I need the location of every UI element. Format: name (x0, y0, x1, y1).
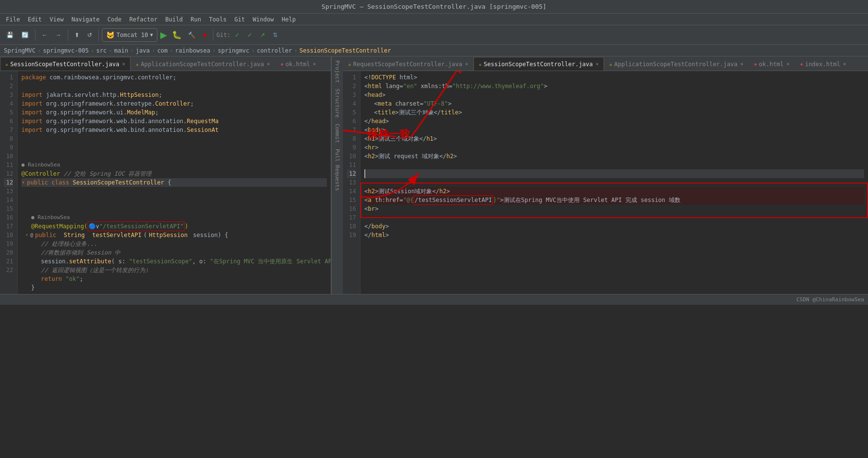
breadcrumb-module[interactable]: springmvc-005 (43, 47, 89, 54)
rcode-line-7: <body> (364, 126, 864, 134)
tab-ok-html[interactable]: ◈ ok.html × (275, 57, 321, 71)
git-check2[interactable]: ✓ (244, 28, 256, 42)
rcode-line-19: </html> (364, 231, 864, 239)
right-tab-session-scope[interactable]: ☕ SessionScopeTestController.java × (473, 57, 604, 71)
build-button[interactable]: 🔨 (185, 28, 199, 42)
git-check[interactable]: ✓ (231, 28, 243, 42)
menu-file[interactable]: File (2, 14, 24, 25)
code-line-5: import org.springframework.ui.ModelMap; (21, 108, 327, 117)
menu-refactor[interactable]: Refactor (125, 14, 161, 25)
java-icon-2: ☕ (136, 61, 139, 67)
forward-button[interactable]: → (52, 28, 65, 42)
title-bar: SpringMVC – SessionScopeTestController.j… (0, 0, 868, 14)
breadcrumb-springmvc[interactable]: SpringMVC (4, 47, 36, 54)
run-config-selector[interactable]: 🐱 Tomcat 10 ▼ (102, 28, 157, 42)
left-code-content: package com.rainbowsea.springmvc.control… (18, 71, 331, 294)
rcode-line-14: <h2>测试Session域对象</h2> (364, 187, 864, 196)
save-button[interactable]: 💾 (3, 28, 17, 42)
right-tab-close-3[interactable]: × (740, 61, 743, 67)
right-tab-ok-html[interactable]: ◈ ok.html × (749, 57, 795, 71)
separator-4 (213, 29, 213, 41)
rcode-line-16: <br> (364, 204, 864, 213)
breadcrumb-rainbowsea[interactable]: rainbowsea (175, 47, 210, 54)
tab-session-scope-controller[interactable]: ☕ SessionScopeTestController.java × (0, 57, 131, 71)
toolbar: 💾 🔄 ← → ⬆ ↺ 🐱 Tomcat 10 ▼ ▶ 🐛 🔨 ■ Git: ✓… (0, 25, 868, 45)
vcs-button[interactable]: ⬆ (71, 28, 83, 42)
back-button[interactable]: ← (38, 28, 51, 42)
right-tab-close-5[interactable]: × (843, 61, 846, 67)
project-tool-button[interactable]: Project (333, 58, 341, 85)
sync-button[interactable]: 🔄 (18, 28, 32, 42)
right-tab-close-2[interactable]: × (596, 61, 599, 67)
right-tab-close-4[interactable]: × (787, 61, 790, 67)
code-line-13: ⚡ public class SessionScopeTestControlle… (21, 178, 327, 187)
menu-code[interactable]: Code (104, 14, 126, 25)
rcode-line-3: <head> (364, 91, 864, 99)
code-line-17: ● RainbowSea (21, 213, 327, 222)
right-tab-close-1[interactable]: × (465, 61, 468, 67)
code-line-12: @Controller // 交给 Spring IOC 容器管理 (21, 169, 327, 178)
commit-tool-button[interactable]: Commit (333, 122, 341, 145)
breadcrumb-java[interactable]: java (135, 47, 150, 54)
menu-build[interactable]: Build (161, 14, 187, 25)
code-line-18: @RequestMapping(🔵∨"/testSessionServletAP… (21, 222, 327, 231)
code-line-15 (21, 196, 327, 204)
rcode-line-12 (364, 169, 864, 178)
menu-edit[interactable]: Edit (24, 14, 46, 25)
git-push[interactable]: ↗ (257, 28, 268, 42)
tab-application-scope-controller[interactable]: ☕ ApplicationScopeTestController.java × (131, 57, 275, 71)
rcode-line-2: <html lang="en" xmlns:th="http://www.thy… (364, 82, 864, 91)
run-button[interactable]: ▶ (158, 30, 169, 40)
code-line-3: import jakarta.servlet.http.HttpSession; (21, 91, 327, 99)
separator-3 (98, 29, 99, 41)
right-code-editor[interactable]: 1 2 3 4 5 6 7 8 9 10 11 12 13 14 15 16 1 (343, 71, 868, 294)
menu-git[interactable]: Git (230, 14, 249, 25)
structure-tool-button[interactable]: Structure (333, 87, 341, 120)
rcode-line-17 (364, 213, 864, 222)
tab-close-1[interactable]: × (122, 61, 125, 67)
code-line-10 (21, 152, 327, 161)
stop-button[interactable]: ■ (200, 28, 210, 42)
rollback-button[interactable]: ↺ (84, 28, 95, 42)
side-toolbar: Project Structure Commit Pull Requests (331, 56, 343, 294)
breadcrumb-com[interactable]: com (157, 47, 168, 54)
menu-view[interactable]: View (46, 14, 68, 25)
breadcrumb-src[interactable]: src (96, 47, 107, 54)
html-icon-r2: ◈ (800, 61, 803, 67)
code-line-6: import org.springframework.web.bind.anno… (21, 117, 327, 126)
breadcrumb-main[interactable]: main (114, 47, 128, 54)
right-tab-label-2: SessionScopeTestController.java (484, 61, 593, 68)
pull-requests-tool-button[interactable]: Pull Requests (333, 147, 341, 193)
breadcrumb-springmvc2[interactable]: springmvc (218, 47, 249, 54)
menu-run[interactable]: Run (187, 14, 205, 25)
menu-help[interactable]: Help (278, 14, 300, 25)
status-text: CSDN @ChinaRainbowSea (796, 296, 864, 303)
dropdown-icon: ▼ (150, 32, 153, 37)
left-panel: ☕ SessionScopeTestController.java × ☕ Ap… (0, 56, 331, 294)
git-fetch[interactable]: ⇅ (269, 28, 281, 42)
right-tab-label-1: RequestScopeTestController.java (353, 61, 462, 68)
rcode-line-4: <meta charset="UTF-8"> (364, 99, 864, 108)
debug-button[interactable]: 🐛 (170, 30, 184, 39)
status-bar: CSDN @ChinaRainbowSea (0, 294, 868, 305)
tab-close-2[interactable]: × (267, 61, 270, 67)
menu-tools[interactable]: Tools (205, 14, 230, 25)
tomcat-icon: 🐱 (106, 31, 114, 39)
left-code-editor[interactable]: 1 2 3 4 5 6 7 8 9 10 11 12 12 13 14 15 1 (0, 71, 331, 294)
tab-close-3[interactable]: × (313, 61, 316, 67)
menu-window[interactable]: Window (249, 14, 278, 25)
tab-label-1: SessionScopeTestController.java (10, 61, 119, 68)
code-line-14 (21, 187, 327, 196)
right-tab-index-html[interactable]: ◈ index.html × (795, 57, 851, 71)
code-line-21: //将数据存储到 Session 中 (21, 248, 327, 257)
right-tab-label-5: index.html (805, 61, 840, 68)
breadcrumb-class: SessionScopeTestController (300, 47, 391, 54)
menu-navigate[interactable]: Navigate (68, 14, 104, 25)
right-tab-app-scope[interactable]: ☕ ApplicationScopeTestController.java × (604, 57, 749, 71)
git-label: Git: (216, 32, 230, 38)
right-tab-request-scope[interactable]: ☕ RequestScopeTestController.java × (343, 57, 473, 71)
separator-1 (35, 29, 36, 41)
rcode-line-13 (364, 178, 864, 187)
breadcrumb-controller[interactable]: controller (257, 47, 292, 54)
left-tab-bar: ☕ SessionScopeTestController.java × ☕ Ap… (0, 56, 331, 71)
